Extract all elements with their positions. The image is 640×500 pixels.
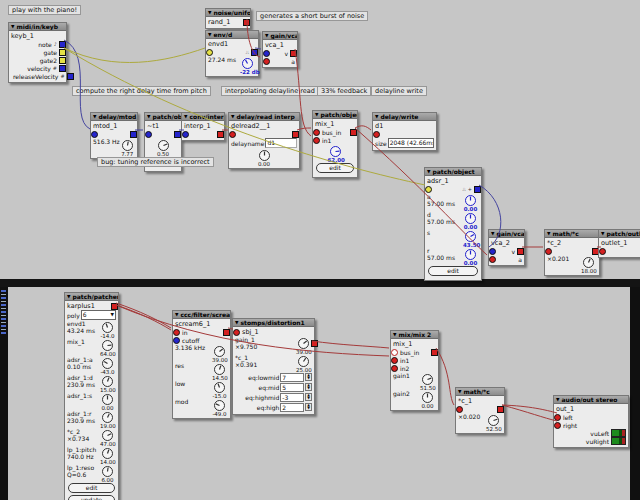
node-header[interactable]: ▼math/*c (456, 388, 504, 396)
inlet-in2[interactable] (391, 365, 398, 372)
node-header[interactable]: ▼delay/mtod (91, 113, 137, 121)
dial-mod[interactable]: -49.0 (212, 399, 227, 417)
node-header[interactable]: ▼patch/object (313, 111, 357, 119)
dial-gain2[interactable]: 0.00 (420, 391, 435, 409)
collapse-triangle-icon[interactable]: ▼ (601, 230, 604, 237)
inlet-x[interactable] (229, 131, 236, 138)
node-header[interactable]: ▼delay/write (373, 113, 436, 121)
collapse-triangle-icon[interactable]: ▼ (175, 311, 178, 318)
outlet-gate2[interactable] (59, 57, 66, 64)
inlet-x[interactable] (233, 329, 240, 336)
inlet-a[interactable] (489, 256, 496, 263)
node-header[interactable]: ▼patch/object (425, 168, 481, 176)
node-header[interactable]: ▼gain/vca (489, 230, 524, 238)
dial-s[interactable]: 43.50 (463, 230, 478, 248)
collapse-triangle-icon[interactable]: ▼ (427, 168, 430, 175)
dial-mix-1[interactable]: 64.00 (100, 339, 115, 357)
dial-r[interactable]: 0.00 (463, 248, 478, 266)
collapse-triangle-icon[interactable]: ▼ (491, 230, 494, 237)
dial-gain1[interactable]: 51.50 (420, 373, 435, 391)
dial-value[interactable]: 0.50 (156, 139, 171, 157)
node-header[interactable]: ▼delay/read interp (229, 113, 299, 121)
inlet-x[interactable] (91, 131, 98, 138)
inlet-x[interactable] (425, 186, 432, 193)
eq-lowmid-stepper[interactable]: 7 (280, 373, 304, 382)
edit-button[interactable]: edit (68, 483, 115, 493)
node-header[interactable]: ▼midi/in/keyb (9, 23, 66, 31)
collapse-triangle-icon[interactable]: ▼ (93, 113, 96, 120)
collapse-triangle-icon[interactable]: ▼ (375, 113, 378, 120)
outlet-x[interactable] (292, 131, 299, 138)
size-dropdown[interactable]: 2048 (42.66ms)▼ (388, 138, 434, 148)
outlet-bus-in[interactable] (431, 349, 438, 356)
dial-c-1[interactable]: 25.00 (296, 355, 311, 373)
dial-gain-1[interactable]: 39.00 (296, 337, 311, 355)
edit-button[interactable]: edit (316, 163, 354, 173)
node-header[interactable]: ▼mix/mix 2 (391, 331, 438, 339)
dial-0-020[interactable]: 52.50 (486, 414, 501, 432)
node-header[interactable]: ▼audio/out stereo (554, 396, 628, 404)
inlet-x[interactable] (545, 248, 552, 255)
collapse-triangle-icon[interactable]: ▼ (556, 396, 559, 403)
inlet-right[interactable] (554, 422, 561, 429)
stepper-arrows[interactable]: ▲▼ (305, 393, 312, 401)
update-button[interactable]: update (68, 495, 115, 500)
stepper-arrows[interactable]: ▲▼ (305, 403, 312, 411)
dial-0-201[interactable]: 18.00 (581, 256, 596, 274)
node-header[interactable]: ▼gain/vca (263, 32, 297, 40)
outlet-x[interactable] (243, 19, 250, 26)
node-header[interactable]: ▼conv/interp (182, 113, 224, 121)
dial-envd1[interactable]: -14.0 (100, 321, 115, 339)
node-header[interactable]: ▼ccc/filter/scream6 (173, 311, 230, 319)
outlet-gate[interactable] (59, 49, 66, 56)
inlet-v[interactable] (489, 248, 496, 255)
dial-res[interactable]: 14.50 (212, 363, 227, 381)
dial-value[interactable]: 62.00 (328, 145, 343, 163)
inlet-left[interactable] (554, 414, 561, 421)
collapse-triangle-icon[interactable]: ▼ (67, 293, 70, 300)
dial-a[interactable]: 0.00 (463, 194, 478, 212)
dial-adsr-1-s[interactable]: 0.00 (100, 393, 115, 411)
eq-mid-stepper[interactable]: 5 (280, 383, 304, 392)
delayname-field[interactable]: d1 (265, 138, 297, 148)
outlet-v[interactable] (290, 50, 297, 57)
dial-516-3-hz[interactable]: 7.77 (120, 139, 135, 157)
collapse-triangle-icon[interactable]: ▼ (208, 9, 211, 16)
inlet-x[interactable] (206, 49, 213, 56)
collapse-triangle-icon[interactable]: ▼ (393, 331, 396, 338)
dial-c-2[interactable]: 47.00 (100, 429, 115, 447)
dial-lp-1-pitch[interactable]: 14.00 (100, 447, 115, 465)
eq-highmid-stepper[interactable]: -3 (280, 393, 304, 402)
inlet-x[interactable] (182, 131, 189, 138)
stepper-arrows[interactable]: ▲▼ (305, 373, 312, 381)
collapse-triangle-icon[interactable]: ▼ (315, 111, 318, 118)
node-header[interactable]: ▼noise/uniform (206, 9, 250, 17)
dial-3-136-khz[interactable]: 39.00 (212, 345, 227, 363)
outlet-x[interactable] (174, 131, 181, 138)
inlet-x[interactable] (456, 406, 463, 413)
inlet-bus-in[interactable] (313, 129, 320, 136)
outlet-releasevelocity[interactable] (67, 73, 74, 80)
stepper-arrows[interactable]: ▲▼ (305, 383, 312, 391)
inlet-cutoff[interactable] (173, 337, 180, 344)
collapse-triangle-icon[interactable]: ▼ (11, 23, 14, 30)
dial-d[interactable]: 0.00 (463, 212, 478, 230)
collapse-triangle-icon[interactable]: ▼ (231, 113, 234, 120)
collapse-triangle-icon[interactable]: ▼ (235, 319, 238, 326)
outlet-x[interactable] (217, 131, 224, 138)
collapse-triangle-icon[interactable]: ▼ (547, 230, 550, 237)
inlet-a[interactable] (263, 58, 270, 65)
inlet-in1[interactable] (313, 137, 320, 144)
outlet-note[interactable] (59, 41, 66, 48)
dial-adsr-1-a[interactable]: -43.0 (100, 357, 115, 375)
node-header[interactable]: ▼patch/outlet a (599, 230, 640, 238)
outlet-in[interactable] (223, 329, 230, 336)
outlet-bus-in[interactable] (350, 129, 357, 136)
dial-adsr-1-r[interactable]: 19.00 (100, 411, 115, 429)
collapse-triangle-icon[interactable]: ▼ (184, 113, 187, 120)
outlet-x[interactable] (474, 186, 481, 193)
node-header[interactable]: ▼env/d (206, 31, 258, 39)
node-header[interactable]: ▼patch/object (145, 113, 181, 121)
collapse-triangle-icon[interactable]: ▼ (147, 113, 150, 120)
inlet-x[interactable] (599, 248, 606, 255)
